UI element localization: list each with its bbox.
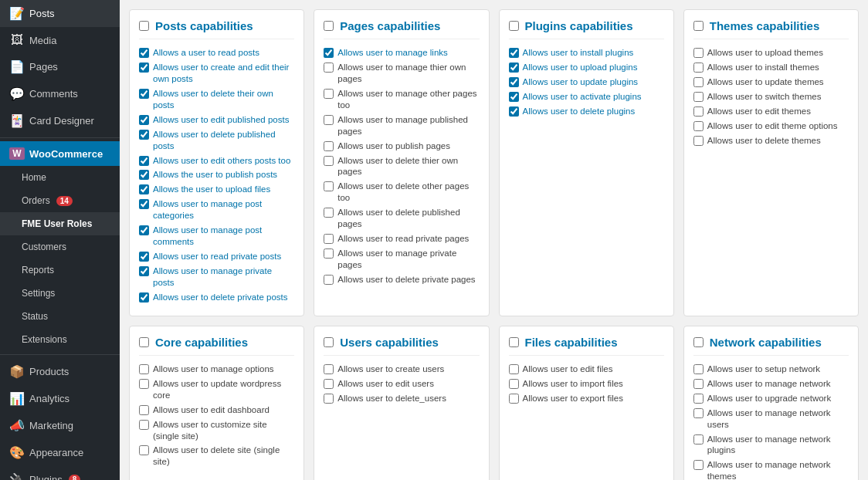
pages-select-all-checkbox[interactable] bbox=[324, 21, 334, 31]
capability-checkbox[interactable] bbox=[139, 199, 149, 209]
capability-checkbox[interactable] bbox=[509, 48, 519, 58]
capability-checkbox[interactable] bbox=[693, 460, 704, 470]
capability-checkbox[interactable] bbox=[139, 252, 149, 262]
capability-checkbox[interactable] bbox=[509, 77, 519, 87]
card-designer-icon: 🃏 bbox=[9, 113, 25, 128]
capability-label: Allows user to install themes bbox=[707, 62, 819, 73]
sidebar-item-analytics[interactable]: 📊 Analytics bbox=[0, 385, 120, 412]
capability-label: Allows user to export files bbox=[523, 393, 623, 404]
sidebar-item-products[interactable]: 📦 Products bbox=[0, 358, 120, 385]
capability-checkbox[interactable] bbox=[324, 181, 334, 191]
sidebar-item-status[interactable]: Status bbox=[0, 305, 120, 328]
capability-checkbox[interactable] bbox=[693, 48, 704, 58]
capability-checkbox[interactable] bbox=[693, 364, 704, 374]
posts-icon: 📝 bbox=[9, 6, 25, 21]
sidebar-item-posts[interactable]: 📝 Posts bbox=[0, 0, 120, 27]
capability-checkbox[interactable] bbox=[693, 77, 704, 87]
capability-checkbox[interactable] bbox=[139, 292, 149, 303]
capability-checkbox[interactable] bbox=[324, 394, 334, 404]
capability-checkbox[interactable] bbox=[509, 379, 519, 389]
capability-checkbox[interactable] bbox=[139, 156, 149, 166]
list-item: Allows user to manage private pages bbox=[324, 248, 479, 271]
capability-checkbox[interactable] bbox=[509, 106, 519, 117]
capability-checkbox[interactable] bbox=[139, 48, 149, 58]
sidebar-item-card-designer[interactable]: 🃏 Card Designer bbox=[0, 107, 120, 134]
capability-checkbox[interactable] bbox=[139, 225, 149, 235]
capability-checkbox[interactable] bbox=[139, 266, 149, 276]
capability-checkbox[interactable] bbox=[324, 208, 334, 218]
sidebar-item-reports[interactable]: Reports bbox=[0, 259, 120, 282]
capability-label: Allows user to delete private posts bbox=[153, 292, 288, 303]
capability-checkbox[interactable] bbox=[324, 48, 334, 58]
capability-checkbox[interactable] bbox=[324, 63, 334, 73]
capability-checkbox[interactable] bbox=[139, 130, 149, 140]
capability-checkbox[interactable] bbox=[324, 156, 334, 166]
capability-checkbox[interactable] bbox=[324, 364, 334, 374]
sidebar-item-woocommerce[interactable]: W WooCommerce bbox=[0, 141, 120, 166]
capability-checkbox[interactable] bbox=[139, 184, 149, 194]
capability-checkbox[interactable] bbox=[509, 92, 519, 102]
capability-checkbox[interactable] bbox=[139, 420, 149, 430]
list-item: Allows user to edit dashboard bbox=[139, 404, 294, 416]
capability-checkbox[interactable] bbox=[693, 121, 704, 131]
capability-checkbox[interactable] bbox=[693, 434, 704, 445]
sidebar-item-media[interactable]: 🖼 Media bbox=[0, 27, 120, 53]
capability-checkbox[interactable] bbox=[139, 63, 149, 73]
sidebar-item-orders[interactable]: Orders 14 bbox=[0, 189, 120, 212]
sidebar-item-home[interactable]: Home bbox=[0, 166, 120, 189]
posts-capabilities-card: Posts capabilities Allows a user to read… bbox=[129, 9, 304, 316]
capability-checkbox[interactable] bbox=[693, 136, 704, 146]
sidebar-item-comments[interactable]: 💬 Comments bbox=[0, 80, 120, 107]
capability-checkbox[interactable] bbox=[324, 379, 334, 389]
capability-label: Allows user to manage network bbox=[707, 378, 831, 390]
plugins-capabilities-card: Plugins capabilities Allows user to inst… bbox=[499, 9, 674, 316]
sidebar-item-plugins[interactable]: 🔌 Plugins 8 bbox=[0, 466, 120, 480]
capability-checkbox[interactable] bbox=[324, 115, 334, 125]
list-item: Allows user to delete plugins bbox=[509, 106, 664, 117]
sidebar-item-extensions[interactable]: Extensions bbox=[0, 328, 120, 351]
network-select-all-checkbox[interactable] bbox=[693, 337, 704, 347]
capability-checkbox[interactable] bbox=[509, 63, 519, 73]
capability-checkbox[interactable] bbox=[139, 89, 149, 99]
capability-checkbox[interactable] bbox=[139, 445, 149, 455]
posts-card-header: Posts capabilities bbox=[139, 19, 294, 39]
users-select-all-checkbox[interactable] bbox=[324, 337, 334, 347]
capability-checkbox[interactable] bbox=[324, 234, 334, 244]
capability-checkbox[interactable] bbox=[509, 364, 519, 374]
sidebar-item-appearance[interactable]: 🎨 Appearance bbox=[0, 439, 120, 466]
list-item: Allows user to delete other pages too bbox=[324, 181, 479, 204]
plugins-select-all-checkbox[interactable] bbox=[509, 21, 519, 31]
capability-label: Allows user to manage post categories bbox=[153, 198, 294, 221]
capability-checkbox[interactable] bbox=[139, 364, 149, 374]
sidebar-item-marketing[interactable]: 📣 Marketing bbox=[0, 412, 120, 439]
list-item: Allows user to edit users bbox=[324, 378, 479, 390]
capability-checkbox[interactable] bbox=[324, 248, 334, 259]
capability-label: Allows user to manage post comments bbox=[153, 225, 294, 248]
capability-checkbox[interactable] bbox=[139, 170, 149, 180]
capability-checkbox[interactable] bbox=[139, 405, 149, 415]
themes-select-all-checkbox[interactable] bbox=[693, 21, 704, 31]
capability-checkbox[interactable] bbox=[693, 92, 704, 102]
users-items-list: Allows user to create usersAllows user t… bbox=[324, 363, 479, 404]
capability-checkbox[interactable] bbox=[693, 408, 704, 418]
sidebar-item-customers[interactable]: Customers bbox=[0, 235, 120, 259]
capability-checkbox[interactable] bbox=[693, 106, 704, 117]
posts-select-all-checkbox[interactable] bbox=[139, 21, 149, 31]
sidebar-item-fme-user-roles[interactable]: FME User Roles bbox=[0, 212, 120, 235]
capability-checkbox[interactable] bbox=[693, 394, 704, 404]
capability-checkbox[interactable] bbox=[139, 379, 149, 389]
capability-checkbox[interactable] bbox=[324, 275, 334, 285]
capability-checkbox[interactable] bbox=[509, 394, 519, 404]
capability-checkbox[interactable] bbox=[324, 89, 334, 99]
capability-checkbox[interactable] bbox=[139, 115, 149, 125]
capability-label: Allows user to delete private pages bbox=[337, 274, 475, 286]
sidebar-item-pages[interactable]: 📄 Pages bbox=[0, 53, 120, 80]
capability-checkbox[interactable] bbox=[693, 379, 704, 389]
capability-checkbox[interactable] bbox=[693, 63, 704, 73]
sidebar-item-settings[interactable]: Settings bbox=[0, 282, 120, 305]
files-select-all-checkbox[interactable] bbox=[509, 337, 519, 347]
capability-checkbox[interactable] bbox=[324, 141, 334, 151]
capability-label: Allows user to upload themes bbox=[707, 47, 823, 59]
capability-label: Allows user to delete_users bbox=[337, 393, 446, 404]
core-select-all-checkbox[interactable] bbox=[139, 337, 149, 347]
